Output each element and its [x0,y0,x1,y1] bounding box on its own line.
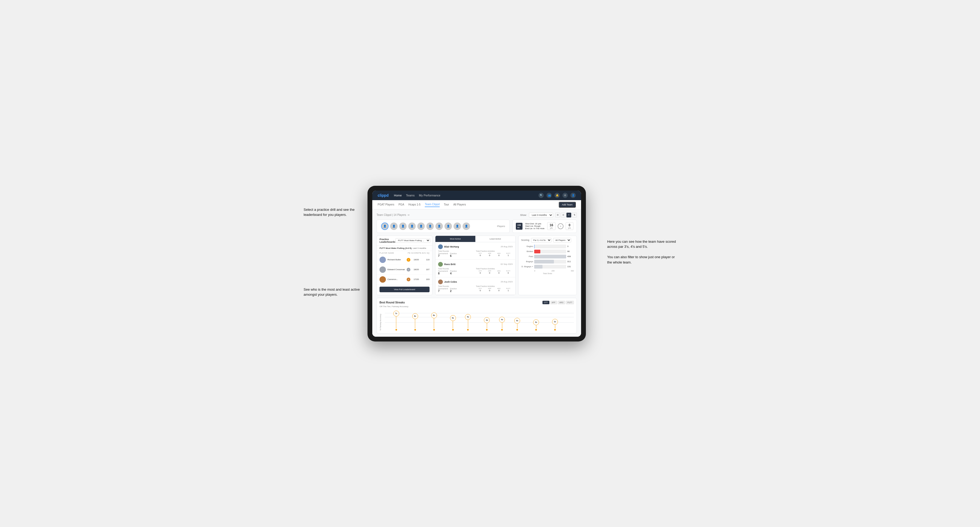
player-avatar-5[interactable]: 👤 [417,222,425,230]
leaderboard-title: Practice Leaderboards [379,238,396,243]
nav-link-performance[interactable]: My Performance [419,194,441,197]
subnav-pga[interactable]: PGA [398,202,404,207]
bar-row-eagles: Eagles 3 [521,244,574,248]
player-avatar-2[interactable]: 👤 [390,222,398,230]
people-icon[interactable]: 👥 [546,193,552,198]
drill-select[interactable]: PUTT Must Make Putting ... [396,238,430,243]
streaks-header: Best Round Streaks OTT APP ARG PUTT [379,301,574,304]
subnav-hcaps[interactable]: Hcaps 1-5 [409,202,421,207]
player-avatar-1[interactable]: 👤 [381,222,388,230]
nav-link-home[interactable]: Home [394,194,402,197]
player-avatar-8[interactable]: 👤 [444,222,452,230]
shot-card: 198 sc Shot Dist: 16 yds Start Lie: Roug… [512,220,577,233]
bell-icon[interactable]: 🔔 [554,193,560,198]
subnav-tour[interactable]: Tour [444,202,449,207]
player-avatar-10[interactable]: 👤 [463,222,470,230]
lb-row-1: Richard Butler 1 19/20 110 [377,255,432,265]
pa-date-3: 26 Aug 2023 [501,281,513,283]
lb-name-3: Cameron... [387,278,405,281]
streak-pin-9: 3x [533,319,539,330]
view-grid-sm[interactable]: ⊞ [555,213,560,217]
lb-row-2: Edward Crossman 2 18/20 107 [377,265,432,275]
show-label: Show: [520,214,527,216]
pa-header-2: Rees Britt 02 Sep 2023 [438,262,513,267]
settings-icon[interactable]: ⚙ [562,193,568,198]
team-controls: Show: Last 3 months Last 6 months Last y… [520,213,577,217]
annotation-top-left: Select a practice drill and see the lead… [304,207,362,217]
pa-stats-3: Total Rounds Tournament 7 Practice [438,285,513,292]
view-list[interactable]: ≡ [566,213,571,217]
pa-total-rounds-1: Total Rounds Tournament 7 Practice [438,250,475,257]
pa-player-3: Josh Coles [438,279,457,284]
pa-avatar-2 [438,262,443,267]
lb-score-1: 19/20 [412,259,420,261]
activity-player-3: Josh Coles 26 Aug 2023 Total Rounds Tour [435,277,515,295]
bar-axis: 0200400 [521,270,574,272]
shot-yds: 16 yds ○ 0 yds [547,222,573,230]
streaks-title: Best Round Streaks [379,301,405,304]
player-avatar-6[interactable]: 👤 [426,222,434,230]
tab-most-active[interactable]: Most Active [435,236,476,242]
team-header: Team Clippd | 14 Players ✏ Show: Last 3 … [377,213,577,217]
leaderboard-subtitle: PUTT Must Make Putting (3-6 ft), Last 3 … [377,246,432,251]
activity-player-2: Rees Britt 02 Sep 2023 Total Rounds Tour [435,260,515,277]
nav-logo: clippd [378,193,388,197]
streaks-section: Best Round Streaks OTT APP ARG PUTT Off … [377,298,577,333]
player-avatar-7[interactable]: 👤 [435,222,443,230]
scoring-par-select[interactable]: Par 3, 4 & 5s Par 3s Par 4s Par 5s [531,238,552,243]
player-avatar-3[interactable]: 👤 [399,222,407,230]
lb-avg-3: 103 [422,278,430,281]
show-select[interactable]: Last 3 months Last 6 months Last year [529,213,553,217]
scoring-player-select[interactable]: All Players [553,238,571,243]
pa-practice-activities-3: Total Practice Activities OTT0 APP0 ARG0… [476,285,513,292]
subnav-pgat[interactable]: PGAT Players [378,202,394,207]
edit-icon[interactable]: ✏ [408,214,410,216]
bar-row-dbogeys: D. Bogeys + 131 [521,265,574,268]
players-label: Players [497,225,505,227]
lb-name-2: Edward Crossman [387,268,405,271]
tablet-frame: clippd Home Teams My Performance 🔍 👥 🔔 ⚙… [368,186,586,341]
view-grid-lg[interactable]: ⊟ [561,213,566,217]
subnav-all-players[interactable]: All Players [453,202,466,207]
lb-avg-2: 107 [422,268,430,271]
pa-total-rounds-3: Total Rounds Tournament 7 Practice [438,285,475,292]
lb-avg-1: 110 [422,259,430,261]
tablet-screen: clippd Home Teams My Performance 🔍 👥 🔔 ⚙… [372,190,581,337]
lb-row-3: Cameron... 3 17/20 103 [377,275,432,284]
streak-pin-10: 3x [552,319,558,330]
main-content: Team Clippd | 14 Players ✏ Show: Last 3 … [372,210,581,337]
bar-row-bogeys: Bogeys 311 [521,260,574,264]
bar-track-birdies [534,250,566,253]
pa-header-1: Blair McHarg 26 Aug 2023 [438,244,513,249]
view-icons: ⊞ ⊟ ≡ ⇅ [555,213,577,217]
bar-chart: Eagles 3 Birdies [521,244,574,268]
pa-avatar-1 [438,244,443,249]
streak-btn-arg[interactable]: ARG [558,301,565,304]
streak-btn-ott[interactable]: OTT [542,301,549,304]
view-filter[interactable]: ⇅ [572,213,577,217]
user-avatar[interactable]: 👤 [570,193,576,198]
streak-pin-2: 6x [412,313,418,330]
streak-btn-putt[interactable]: PUTT [566,301,574,304]
nav-link-teams[interactable]: Teams [406,194,415,197]
streak-btn-app[interactable]: APP [550,301,557,304]
player-avatar-4[interactable]: 👤 [408,222,416,230]
view-full-leaderboard-button[interactable]: View Full Leaderboard [379,287,430,292]
activity-card: Most Active Least Active Blair McHarg 26… [435,236,515,295]
add-team-button[interactable]: Add Team [559,202,576,208]
pa-name-1: Blair McHarg [444,245,459,248]
leaderboard-header: Practice Leaderboards PUTT Must Make Put… [377,236,432,246]
end-yds-box: 0 yds [566,222,573,230]
subnav: PGAT Players PGA Hcaps 1-5 Team Clippd T… [372,200,581,210]
lb-avatar-1 [379,257,386,263]
player-avatar-9[interactable]: 👤 [453,222,461,230]
pa-avatar-3 [438,279,443,284]
medal-silver-2: 2 [407,268,410,271]
search-icon[interactable]: 🔍 [538,193,544,198]
top-row: 👤 👤 👤 👤 👤 👤 👤 👤 👤 👤 Players [377,220,577,233]
pa-total-rounds-2: Total Rounds Tournament 8 Practice [438,268,475,275]
lb-name-1: Richard Butler [387,259,405,261]
subnav-team-clippd[interactable]: Team Clippd [425,202,440,207]
tab-least-active[interactable]: Least Active [476,236,515,242]
lb-avatar-2 [379,267,386,273]
